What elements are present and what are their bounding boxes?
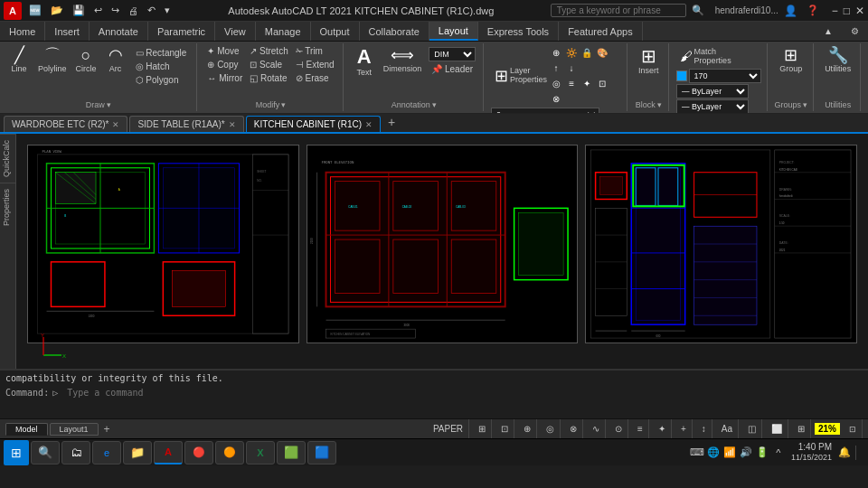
tab-layout[interactable]: Layout bbox=[429, 22, 478, 41]
utilities-button[interactable]: 🔧 Utilities bbox=[821, 45, 854, 75]
groups-label[interactable]: Groups▾ bbox=[775, 100, 808, 109]
properties-label-sidebar[interactable]: Properties bbox=[0, 183, 15, 231]
layer-icon6[interactable]: ↓ bbox=[564, 61, 579, 75]
tab-collaborate[interactable]: Collaborate bbox=[360, 22, 429, 41]
qat-save[interactable]: 💾 bbox=[71, 5, 87, 16]
user-icon[interactable]: 👤 bbox=[784, 5, 797, 17]
insert-button[interactable]: ⊞ Insert bbox=[635, 45, 663, 77]
viewport-1[interactable]: PLAN VIEW A B 2400 SHEET NO. bbox=[27, 145, 299, 343]
ribbon-settings[interactable]: ⚙ bbox=[842, 22, 868, 41]
tab-manage[interactable]: Manage bbox=[256, 22, 311, 41]
tab-featured[interactable]: Featured Apps bbox=[559, 22, 643, 41]
annotation-label[interactable]: Annotation▾ bbox=[351, 100, 477, 109]
qat-redo[interactable]: ↪ bbox=[109, 5, 121, 16]
layer-icon11[interactable]: ⊗ bbox=[549, 91, 563, 106]
color-swatch[interactable] bbox=[676, 70, 687, 81]
line-button[interactable]: ╱ Line bbox=[5, 45, 33, 75]
layer-icon10[interactable]: ⊡ bbox=[595, 76, 609, 90]
lineweight-select[interactable]: — ByLayer bbox=[676, 99, 749, 114]
status-sc[interactable]: ↕ bbox=[696, 419, 712, 438]
layer-icon1[interactable]: ⊕ bbox=[549, 45, 563, 60]
sys-wifi[interactable]: 📶 bbox=[722, 446, 737, 460]
close-button[interactable]: ✕ bbox=[855, 5, 864, 17]
tab-express[interactable]: Express Tools bbox=[478, 22, 559, 41]
modify-label[interactable]: Modify▾ bbox=[204, 100, 336, 109]
polyline-button[interactable]: ⌒ Polyline bbox=[34, 45, 71, 75]
status-viewport-nav[interactable]: ⊡ bbox=[844, 419, 863, 438]
add-layout-button[interactable]: + bbox=[100, 423, 114, 436]
search-icon[interactable]: 🔍 bbox=[692, 5, 704, 16]
taskbar-explorer[interactable]: 📁 bbox=[123, 441, 152, 465]
layer-icon5[interactable]: ↑ bbox=[549, 61, 563, 75]
group-button[interactable]: ⊞ Group bbox=[776, 45, 806, 75]
taskbar-app3[interactable]: 🟠 bbox=[215, 441, 244, 465]
doc-tab-wardrobe[interactable]: WARDROBE ETC (R2)* ✕ bbox=[4, 116, 127, 132]
taskbar-app2[interactable]: 🔴 bbox=[184, 441, 213, 465]
qat-undo[interactable]: ↩ bbox=[92, 5, 104, 16]
close-tab-sidetable[interactable]: ✕ bbox=[229, 120, 236, 129]
arc-button[interactable]: ◠ Arc bbox=[102, 45, 129, 75]
help-icon[interactable]: ❓ bbox=[807, 5, 819, 16]
status-dyn[interactable]: ⊙ bbox=[609, 419, 628, 438]
layer-icon8[interactable]: ≡ bbox=[564, 76, 579, 90]
sys-keyboard[interactable]: ⌨ bbox=[690, 446, 704, 460]
taskbar-edge[interactable]: e bbox=[92, 441, 121, 465]
sys-chevron[interactable]: ^ bbox=[771, 446, 786, 460]
close-tab-wardrobe[interactable]: ✕ bbox=[112, 120, 119, 129]
close-tab-kitchen[interactable]: ✕ bbox=[365, 120, 373, 129]
layer-icon7[interactable]: ◎ bbox=[549, 76, 563, 90]
circle-button[interactable]: ○ Circle bbox=[72, 45, 100, 75]
modify-extra1[interactable]: ✦ Move bbox=[204, 45, 245, 57]
status-props[interactable]: ⊞ bbox=[792, 419, 811, 438]
status-lw[interactable]: ≡ bbox=[632, 419, 649, 438]
color-select[interactable]: 170 bbox=[689, 69, 761, 83]
status-snap[interactable]: ⊞ bbox=[473, 419, 492, 438]
autocad-logo[interactable]: A bbox=[4, 2, 22, 20]
zoom-level[interactable]: 21% bbox=[815, 423, 840, 435]
status-qp[interactable]: + bbox=[675, 419, 693, 438]
text-button[interactable]: A Text bbox=[351, 45, 378, 79]
sys-show-desktop[interactable] bbox=[855, 446, 864, 460]
modify-extra2[interactable]: ⊕ Copy bbox=[204, 59, 245, 70]
qat-more[interactable]: ▾ bbox=[163, 5, 172, 16]
doc-tab-sidetable[interactable]: SIDE TABLE (R1AA)* ✕ bbox=[129, 116, 243, 132]
viewport-2[interactable]: FRONT ELEVATION 3000 2100 CAB-01 CAB-02 … bbox=[307, 145, 579, 343]
status-osnap[interactable]: ⊗ bbox=[564, 419, 583, 438]
ribbon-min[interactable]: ▲ bbox=[815, 22, 842, 41]
block-label[interactable]: Block▾ bbox=[635, 100, 663, 109]
doc-tab-kitchen[interactable]: KITCHEN CABINET (R1C) ✕ bbox=[246, 116, 381, 132]
layer-icon3[interactable]: 🔒 bbox=[580, 45, 594, 60]
taskbar-excel[interactable]: X bbox=[246, 441, 275, 465]
layer-icon4[interactable]: 🎨 bbox=[595, 45, 609, 60]
draw-label[interactable]: Draw▾ bbox=[5, 100, 191, 109]
tab-view[interactable]: View bbox=[215, 22, 256, 41]
sys-battery[interactable]: 🔋 bbox=[755, 446, 769, 460]
status-anno[interactable]: Aa bbox=[716, 419, 739, 438]
taskbar-taskview[interactable]: 🗂 bbox=[61, 441, 90, 465]
taskbar-app4[interactable]: 🟩 bbox=[277, 441, 306, 465]
search-input[interactable] bbox=[551, 4, 686, 17]
status-grid[interactable]: ⊡ bbox=[495, 419, 514, 438]
taskbar-app5[interactable]: 🟦 bbox=[307, 441, 336, 465]
layer-select[interactable]: 0 bbox=[491, 108, 599, 114]
modify-extra6[interactable]: ◱ Rotate bbox=[247, 72, 290, 84]
modify-extra7[interactable]: ✁ Trim bbox=[293, 45, 337, 57]
command-input[interactable] bbox=[61, 387, 863, 399]
status-dyntrace[interactable]: ∿ bbox=[587, 419, 606, 438]
match-properties-button[interactable]: 🖌 MatchProperties bbox=[676, 45, 735, 67]
taskbar-autocad[interactable]: A bbox=[154, 441, 183, 465]
dim-style-select[interactable]: DIM bbox=[429, 47, 476, 61]
tab-output[interactable]: Output bbox=[311, 22, 360, 41]
qat-open[interactable]: 📂 bbox=[49, 5, 65, 16]
tab-parametric[interactable]: Parametric bbox=[148, 22, 215, 41]
modify-extra4[interactable]: ↗ Stretch bbox=[247, 45, 290, 57]
add-tab-button[interactable]: + bbox=[382, 112, 401, 132]
qat-plot[interactable]: 🖨 bbox=[127, 5, 140, 16]
minimize-button[interactable]: − bbox=[832, 5, 838, 17]
layout-tab-model[interactable]: Model bbox=[5, 423, 48, 436]
tab-insert[interactable]: Insert bbox=[45, 22, 90, 41]
dimension-button[interactable]: ⟺ Dimension bbox=[380, 45, 426, 75]
qat-new[interactable]: 🆕 bbox=[27, 5, 43, 16]
taskbar-clock[interactable]: 1:40 PM 11/15/2021 bbox=[788, 441, 835, 464]
status-hardware[interactable]: ⬜ bbox=[766, 419, 788, 438]
